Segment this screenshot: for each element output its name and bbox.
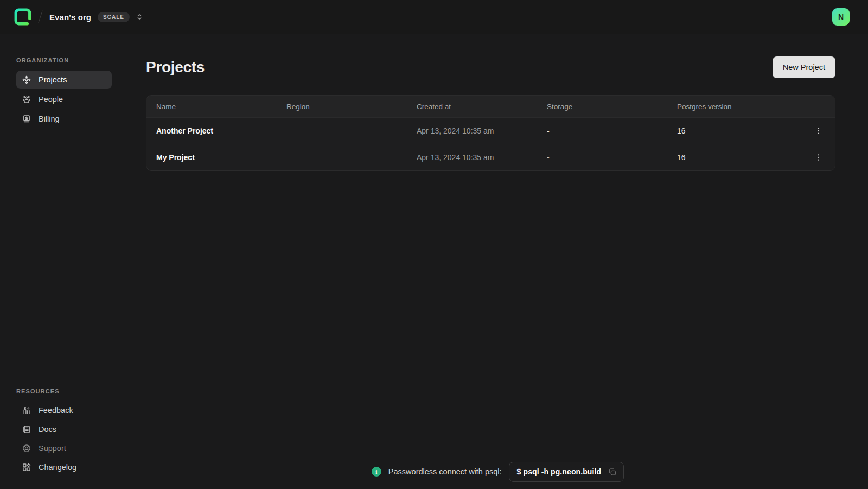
copy-icon bbox=[608, 467, 617, 477]
projects-table: Name Region Created at Storage Postgres … bbox=[146, 95, 835, 171]
row-actions-menu-button[interactable] bbox=[812, 151, 825, 164]
copy-command-button[interactable] bbox=[608, 467, 617, 477]
org-switcher-chevrons-button[interactable] bbox=[135, 12, 144, 21]
sidebar-section-resources: RESOURCES bbox=[16, 388, 127, 395]
projects-icon bbox=[22, 75, 31, 85]
sidebar-item-feedback[interactable]: Feedback bbox=[16, 401, 112, 420]
table-row[interactable]: Another Project Apr 13, 2024 10:35 am - … bbox=[146, 117, 835, 144]
sidebar-item-label: People bbox=[39, 95, 63, 104]
org-name: Evan's org bbox=[49, 12, 91, 22]
user-avatar[interactable]: N bbox=[832, 8, 850, 26]
psql-command-text: $ psql -h pg.neon.build bbox=[517, 467, 602, 476]
table-row[interactable]: My Project Apr 13, 2024 10:35 am - 16 bbox=[146, 144, 835, 170]
psql-command-box[interactable]: $ psql -h pg.neon.build bbox=[509, 462, 624, 482]
psql-connect-message: Passwordless connect with psql: bbox=[388, 467, 502, 476]
created-at-cell: Apr 13, 2024 10:35 am bbox=[417, 153, 547, 162]
table-header-row: Name Region Created at Storage Postgres … bbox=[146, 96, 835, 117]
docs-icon bbox=[22, 424, 31, 434]
breadcrumb-slash bbox=[38, 10, 42, 23]
kebab-menu-icon bbox=[814, 126, 823, 135]
sidebar-item-label: Support bbox=[39, 444, 66, 453]
sidebar-item-support[interactable]: Support bbox=[16, 439, 112, 458]
sidebar-item-changelog[interactable]: Changelog bbox=[16, 458, 112, 477]
sidebar-item-label: Feedback bbox=[39, 406, 73, 415]
neon-logo-icon bbox=[14, 8, 32, 26]
column-header-region: Region bbox=[286, 103, 417, 111]
column-header-storage: Storage bbox=[547, 103, 677, 111]
sidebar-resources-group: RESOURCES Feedback bbox=[0, 388, 127, 477]
column-header-created-at: Created at bbox=[417, 103, 547, 111]
sidebar-item-label: Billing bbox=[39, 115, 60, 123]
postgres-version-cell: 16 bbox=[677, 126, 812, 135]
new-project-button[interactable]: New Project bbox=[773, 56, 835, 78]
info-icon: i bbox=[372, 467, 381, 477]
sidebar-section-organization: ORGANIZATION bbox=[16, 57, 127, 63]
billing-icon bbox=[22, 114, 31, 124]
support-icon bbox=[22, 443, 31, 453]
project-name-cell[interactable]: My Project bbox=[156, 153, 286, 162]
title-row: Projects New Project bbox=[146, 56, 835, 78]
feedback-icon bbox=[22, 405, 31, 415]
chevron-up-down-icon bbox=[135, 12, 144, 21]
main-content: Projects New Project Name Region Created… bbox=[127, 34, 868, 454]
column-header-postgres-version: Postgres version bbox=[677, 103, 812, 111]
sidebar-item-label: Changelog bbox=[39, 463, 76, 472]
project-name-cell[interactable]: Another Project bbox=[156, 126, 286, 135]
column-header-name: Name bbox=[156, 103, 286, 111]
sidebar-item-billing[interactable]: Billing bbox=[16, 110, 112, 128]
plan-badge: SCALE bbox=[98, 12, 130, 22]
topbar: Evan's org SCALE N bbox=[0, 0, 868, 34]
sidebar-item-label: Docs bbox=[39, 425, 56, 434]
kebab-menu-icon bbox=[814, 153, 823, 162]
app-shell: ORGANIZATION Projects bbox=[0, 34, 868, 489]
changelog-icon bbox=[22, 462, 31, 472]
created-at-cell: Apr 13, 2024 10:35 am bbox=[417, 126, 547, 135]
sidebar: ORGANIZATION Projects bbox=[0, 34, 127, 489]
storage-cell: - bbox=[547, 153, 677, 162]
sidebar-item-label: Projects bbox=[39, 75, 67, 84]
main-area: Projects New Project Name Region Created… bbox=[127, 34, 868, 489]
postgres-version-cell: 16 bbox=[677, 153, 812, 162]
psql-connect-footer: i Passwordless connect with psql: $ psql… bbox=[127, 454, 868, 489]
neon-logo[interactable] bbox=[13, 7, 33, 27]
sidebar-item-docs[interactable]: Docs bbox=[16, 420, 112, 439]
page-title: Projects bbox=[146, 59, 205, 76]
storage-cell: - bbox=[547, 126, 677, 135]
sidebar-item-people[interactable]: People bbox=[16, 90, 112, 109]
row-actions-menu-button[interactable] bbox=[812, 124, 825, 137]
org-switcher[interactable]: Evan's org SCALE bbox=[49, 12, 144, 22]
people-icon bbox=[22, 94, 31, 104]
sidebar-item-projects[interactable]: Projects bbox=[16, 71, 112, 89]
